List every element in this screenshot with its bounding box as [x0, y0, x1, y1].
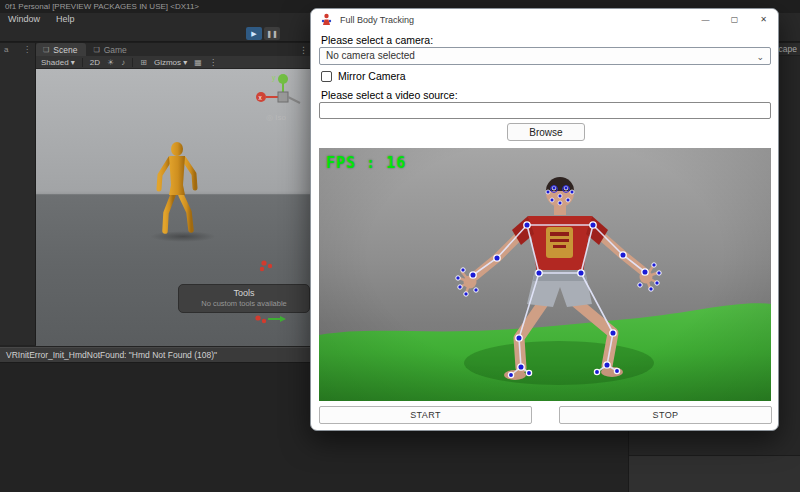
- play-button[interactable]: ▶: [246, 27, 262, 40]
- pause-button[interactable]: ❚❚: [264, 27, 280, 40]
- start-button[interactable]: START: [319, 406, 532, 424]
- video-source-label: Please select a video source:: [321, 89, 458, 101]
- mannequin-graphic: [148, 141, 206, 237]
- scene-orientation-gizmo[interactable]: y x: [248, 71, 312, 113]
- shaded-dropdown[interactable]: Shaded ▾: [41, 58, 75, 67]
- stop-button[interactable]: STOP: [559, 406, 772, 424]
- lock-icon[interactable]: a: [4, 45, 8, 54]
- scene-tab-icon: ❏: [43, 46, 49, 54]
- divider: [132, 58, 133, 67]
- panel-menu-icon[interactable]: ⋮: [23, 45, 31, 54]
- maximize-icon[interactable]: ▢: [720, 9, 749, 30]
- scene-tools-menu-icon[interactable]: ⋮: [209, 58, 217, 67]
- camera-dropdown[interactable]: No camera selected ⌄: [319, 47, 771, 65]
- close-icon[interactable]: ✕: [749, 9, 778, 30]
- divider: [82, 58, 83, 67]
- mirror-camera-label: Mirror Camera: [338, 70, 406, 82]
- iso-perspective-label[interactable]: ◎ Iso: [266, 113, 286, 122]
- dialog-title: Full Body Tracking: [340, 15, 414, 25]
- full-body-tracking-window: Full Body Tracking — ▢ ✕ Please select a…: [310, 8, 779, 431]
- audio-icon[interactable]: ♪: [121, 58, 125, 67]
- tab-game[interactable]: ❏ Game: [86, 43, 135, 56]
- mirror-camera-checkbox[interactable]: [321, 71, 332, 82]
- scene-tabbar: ❏ Scene ❏ Game ⋮: [36, 43, 312, 56]
- menu-help[interactable]: Help: [56, 13, 75, 25]
- video-source-input[interactable]: [319, 102, 771, 119]
- minimize-icon[interactable]: —: [691, 9, 720, 30]
- app-icon: [320, 13, 333, 26]
- tools-title: Tools: [179, 288, 309, 298]
- screen: 0f1 Personal [PREVIEW PACKAGES IN USE] <…: [0, 0, 800, 492]
- scene-panel-menu-icon[interactable]: ⋮: [299, 45, 308, 55]
- play-controls: ▶ ❚❚: [246, 27, 280, 40]
- game-tab-icon: ❏: [93, 46, 99, 54]
- iso-icon: ◎: [266, 113, 273, 122]
- lighting-icon[interactable]: ☀: [107, 58, 114, 67]
- 2d-toggle[interactable]: 2D: [90, 58, 100, 67]
- scene-toolbar: Shaded ▾ 2D ☀ ♪ ⊞ Gizmos ▾ ▦ ⋮: [36, 56, 312, 69]
- fps-counter: FPS : 16: [326, 154, 406, 172]
- scene-viewport[interactable]: y x ◎ Iso Tools No custom tools availabl…: [36, 69, 312, 346]
- effects-icon[interactable]: ⊞: [140, 58, 147, 67]
- tab-scene[interactable]: ❏ Scene: [36, 43, 86, 56]
- camera-dropdown-value: No camera selected: [326, 50, 415, 61]
- video-vignette: [319, 148, 771, 401]
- grid-icon[interactable]: ▦: [194, 58, 202, 67]
- tools-overlay-panel: Tools No custom tools available: [178, 284, 310, 313]
- chevron-down-icon: ⌄: [756, 49, 764, 65]
- tab-scene-label: Scene: [53, 45, 77, 55]
- hierarchy-strip: a ⋮: [0, 42, 36, 345]
- inspector-footer: [629, 455, 800, 492]
- dialog-titlebar[interactable]: Full Body Tracking — ▢ ✕: [311, 9, 778, 30]
- tab-game-label: Game: [104, 45, 127, 55]
- video-preview: FPS : 16: [319, 148, 771, 401]
- gizmos-dropdown[interactable]: Gizmos ▾: [154, 58, 187, 67]
- tools-empty-text: No custom tools available: [179, 299, 309, 308]
- browse-button[interactable]: Browse: [507, 123, 585, 141]
- scene-panel: ❏ Scene ❏ Game ⋮ Shaded ▾ 2D ☀ ♪ ⊞ Gizmo…: [36, 42, 312, 345]
- menu-window[interactable]: Window: [8, 13, 40, 25]
- camera-select-label: Please select a camera:: [321, 34, 433, 46]
- axis-y-label: y: [272, 74, 276, 82]
